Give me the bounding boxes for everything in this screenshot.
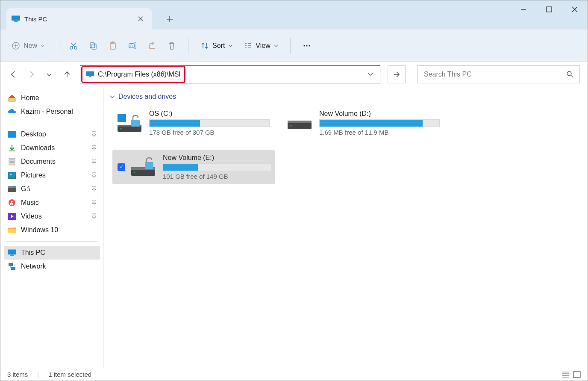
chevron-down-icon <box>41 44 45 47</box>
svg-rect-52 <box>145 162 153 169</box>
sidebar-item-quick[interactable]: Downloads <box>4 141 100 155</box>
monitor-icon <box>7 248 17 257</box>
svg-rect-22 <box>9 158 15 165</box>
drive-icon <box>286 113 313 133</box>
sidebar-item-label: G:\ <box>21 185 30 193</box>
network-icon <box>7 262 17 271</box>
pin-icon <box>91 200 97 206</box>
folder-icon <box>7 130 17 139</box>
folder-icon <box>7 226 17 234</box>
up-button[interactable] <box>62 69 72 80</box>
go-button[interactable] <box>388 65 406 83</box>
delete-button[interactable] <box>163 38 180 53</box>
view-icon <box>244 41 252 50</box>
recent-button[interactable] <box>44 69 54 80</box>
drive-free-text: 178 GB free of 307 GB <box>149 129 270 136</box>
forward-button[interactable] <box>26 69 36 80</box>
svg-rect-31 <box>8 250 16 255</box>
close-tab-icon[interactable] <box>136 15 145 23</box>
section-label: Devices and drives <box>118 93 176 100</box>
window-controls <box>511 0 588 18</box>
address-path: C:\Program Files (x86)\MSI <box>98 71 181 78</box>
section-devices-drives[interactable]: Devices and drives <box>110 93 579 100</box>
svg-text:A: A <box>130 44 133 48</box>
tab-this-pc[interactable]: This PC <box>6 8 152 30</box>
drive-item[interactable]: ✓New Volume (D:)1.69 MB free of 11.9 MB <box>282 106 443 140</box>
more-button[interactable] <box>298 38 315 53</box>
svg-point-14 <box>306 45 307 46</box>
sidebar-item-label: This PC <box>21 249 45 257</box>
sidebar-item-label: Music <box>21 199 39 207</box>
maximize-button[interactable] <box>536 0 562 18</box>
sidebar-item-quick[interactable]: Documents <box>4 155 100 168</box>
drive-usage-bar <box>149 119 270 127</box>
copy-button[interactable] <box>85 38 102 53</box>
close-window-button[interactable] <box>562 0 588 18</box>
cut-button[interactable] <box>65 38 82 53</box>
svg-rect-21 <box>8 137 16 138</box>
tab-title: This PC <box>24 15 47 23</box>
svg-point-44 <box>120 128 122 130</box>
new-label: New <box>24 42 37 50</box>
sidebar-item-quick[interactable]: ?G:\ <box>4 182 100 196</box>
separator <box>6 241 97 242</box>
drive-item[interactable]: ✓OS (C:)178 GB free of 307 GB <box>112 106 273 140</box>
drive-item[interactable]: ✓New Volume (E:)101 GB free of 149 GB <box>112 150 275 184</box>
share-button[interactable] <box>144 38 161 53</box>
sidebar-item-label: Videos <box>21 213 42 220</box>
sidebar-item-quick[interactable]: Desktop <box>4 127 100 141</box>
svg-rect-16 <box>86 71 94 76</box>
svg-point-13 <box>303 45 305 46</box>
toolbar: New A Sort View <box>0 30 588 62</box>
drive-name: OS (C:) <box>149 110 270 118</box>
drive-usage-bar <box>319 119 440 127</box>
sidebar-item-this-pc[interactable]: This PC <box>4 246 100 260</box>
rename-button[interactable]: A <box>124 38 141 53</box>
svg-rect-34 <box>9 263 13 266</box>
address-bar[interactable]: C:\Program Files (x86)\MSI <box>80 65 380 83</box>
folder-icon <box>7 157 17 166</box>
details-view-icon[interactable] <box>562 371 570 378</box>
tiles-view-icon[interactable] <box>573 371 581 378</box>
content-area: Devices and drives ✓OS (C:)178 GB free o… <box>104 87 588 368</box>
separator <box>188 38 188 53</box>
status-selected-count: 1 item selected <box>48 371 91 378</box>
separator <box>290 38 291 53</box>
svg-rect-0 <box>12 16 20 21</box>
paste-button[interactable] <box>104 38 121 53</box>
drive-name: New Volume (D:) <box>319 110 440 118</box>
share-icon <box>148 41 156 50</box>
sidebar-item-home[interactable]: Home <box>4 91 100 105</box>
address-dropdown[interactable] <box>365 73 376 76</box>
status-item-count: 3 items <box>7 371 28 378</box>
view-button[interactable]: View <box>239 38 282 53</box>
minimize-button[interactable] <box>511 0 536 18</box>
svg-rect-32 <box>11 254 13 255</box>
body: Home Kazim - Personal DesktopDownloadsDo… <box>0 87 588 368</box>
sidebar-item-label: Network <box>21 263 46 270</box>
chevron-down-icon <box>228 44 232 47</box>
new-button[interactable]: New <box>7 38 49 53</box>
rename-icon: A <box>128 41 137 50</box>
sidebar-item-quick[interactable]: Pictures <box>4 168 100 182</box>
new-tab-button[interactable] <box>162 12 177 27</box>
sidebar-item-quick[interactable]: Windows 10 <box>4 223 100 237</box>
search-placeholder: Search This PC <box>424 71 472 78</box>
search-input[interactable]: Search This PC <box>417 65 580 83</box>
svg-rect-33 <box>10 255 14 256</box>
svg-rect-37 <box>118 114 121 118</box>
back-button[interactable] <box>8 69 18 80</box>
sidebar-item-network[interactable]: Network <box>4 260 100 273</box>
svg-rect-3 <box>547 7 552 12</box>
checkbox-icon[interactable]: ✓ <box>118 163 125 171</box>
drive-free-text: 101 GB free of 149 GB <box>163 173 271 180</box>
titlebar: This PC <box>0 0 588 30</box>
sidebar-item-quick[interactable]: Videos <box>4 210 100 223</box>
sidebar-item-quick[interactable]: Music <box>4 196 100 210</box>
plus-circle-icon <box>12 41 20 50</box>
sidebar-item-onedrive[interactable]: Kazim - Personal <box>4 105 100 118</box>
sort-button[interactable]: Sort <box>196 38 237 53</box>
search-icon <box>567 71 573 78</box>
chevron-down-icon <box>274 44 278 47</box>
copy-icon <box>89 41 97 50</box>
